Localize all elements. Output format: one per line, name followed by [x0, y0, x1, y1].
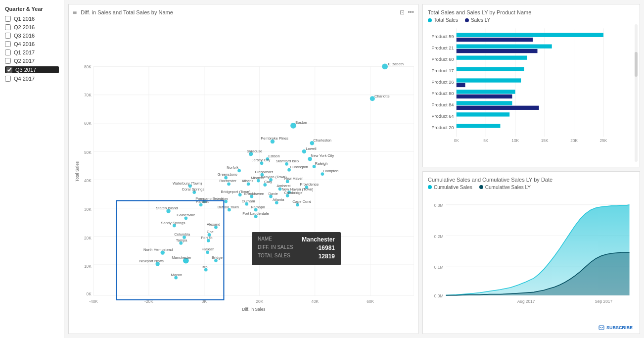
- svg-text:-40K: -40K: [89, 299, 98, 304]
- sidebar-item-q2-2016[interactable]: Q2 2016: [5, 24, 59, 30]
- cumulative-svg: 0.3M 0.2M 0.1M 0.0M: [428, 193, 635, 312]
- svg-text:15K: 15K: [541, 138, 549, 143]
- svg-text:80K: 80K: [84, 64, 92, 69]
- checkbox-6[interactable]: [6, 67, 12, 73]
- svg-text:60K: 60K: [84, 121, 92, 126]
- subscribe-badge[interactable]: SUBSCRIBE: [598, 325, 633, 331]
- svg-text:Staten Island: Staten Island: [156, 206, 178, 210]
- svg-text:5K: 5K: [483, 138, 489, 143]
- svg-text:Aug 2017: Aug 2017: [517, 299, 535, 304]
- sidebar-item-q4-2017[interactable]: Q4 2017: [5, 76, 59, 82]
- svg-text:Rochester: Rochester: [219, 179, 236, 183]
- svg-rect-173: [457, 101, 512, 105]
- sidebar-item-q3-2017[interactable]: Q3 2017: [5, 66, 59, 73]
- svg-text:Sep 2017: Sep 2017: [595, 299, 612, 304]
- scrollbar-thumb[interactable]: [635, 52, 638, 77]
- bar-title: Total Sales and Sales LY by Product Name: [428, 9, 635, 15]
- legend-cum-ly-label: Cumulative Sales LY: [485, 185, 531, 190]
- svg-text:Boston: Boston: [295, 120, 307, 125]
- svg-text:Charleston: Charleston: [313, 138, 331, 143]
- svg-rect-189: [599, 326, 604, 330]
- drag-icon: ≡: [73, 8, 77, 16]
- cumulative-panel: Cumulative Sales and Cumulative Sales LY…: [422, 171, 640, 335]
- checkbox-0[interactable]: [5, 16, 11, 22]
- tooltip-name-value: Manchester: [302, 236, 335, 243]
- svg-text:25K: 25K: [600, 138, 607, 143]
- y-axis-label: Total Sales: [75, 161, 80, 182]
- svg-text:0K: 0K: [454, 138, 460, 143]
- svg-text:North Hempstead: North Hempstead: [143, 247, 173, 252]
- tooltip-diff-value: -16981: [317, 244, 335, 251]
- legend-sales-ly: Sales LY: [465, 17, 490, 23]
- svg-text:Clearwater: Clearwater: [255, 170, 274, 174]
- svg-text:10K: 10K: [511, 138, 519, 143]
- checkbox-4[interactable]: [5, 49, 11, 55]
- svg-text:Product 21: Product 21: [431, 46, 454, 50]
- checkbox-3[interactable]: [5, 41, 11, 47]
- right-panels: Total Sales and Sales LY by Product Name…: [422, 4, 640, 334]
- checkbox-7[interactable]: [5, 76, 11, 82]
- subscribe-icon: [598, 325, 604, 331]
- sidebar-item-label: Q4 2017: [14, 76, 35, 82]
- scatter-svg: Total Sales 80K 70K 60K 50K 40K 30K 20K …: [73, 18, 414, 325]
- svg-rect-163: [457, 55, 527, 59]
- svg-text:20K: 20K: [84, 236, 92, 241]
- sales-ly-dot: [465, 18, 469, 22]
- scatter-icons[interactable]: ⊡ •••: [400, 9, 414, 16]
- svg-text:Cambridge: Cambridge: [284, 191, 302, 195]
- svg-text:Alexand: Alexand: [207, 222, 220, 227]
- legend-cum-sales-label: Cumulative Sales: [434, 185, 472, 190]
- checkbox-5[interactable]: [5, 58, 11, 64]
- svg-text:40K: 40K: [311, 299, 319, 304]
- sidebar-item-q2-2017[interactable]: Q2 2017: [5, 58, 59, 64]
- sidebar-item-q4-2016[interactable]: Q4 2016: [5, 41, 59, 47]
- svg-text:Product 59: Product 59: [431, 34, 454, 39]
- svg-text:Product 26: Product 26: [431, 80, 454, 85]
- svg-text:Bridge: Bridge: [212, 255, 223, 260]
- svg-text:Sandy Springs: Sandy Springs: [161, 221, 185, 225]
- svg-text:Greensboro: Greensboro: [218, 172, 237, 177]
- scrollbar[interactable]: [635, 24, 638, 162]
- tooltip-diff-label: DIFF. IN SALES: [258, 244, 293, 251]
- svg-text:Cary: Cary: [264, 180, 272, 184]
- svg-rect-170: [457, 90, 515, 94]
- sidebar-item-label: Q2 2016: [14, 24, 35, 30]
- svg-text:Providence: Providence: [300, 182, 319, 187]
- svg-rect-157: [457, 33, 603, 37]
- svg-text:Buffalo Town: Buffalo Town: [218, 205, 239, 209]
- expand-icon[interactable]: ⊡: [400, 9, 405, 16]
- sidebar-item-q1-2017[interactable]: Q1 2017: [5, 49, 59, 55]
- sidebar-item-label: Q2 2017: [14, 58, 35, 64]
- legend-total-label: Total Sales: [434, 17, 458, 23]
- svg-text:Ramapo: Ramapo: [251, 205, 265, 209]
- main-content: ≡ Diff. in Sales and Total Sales by Name…: [64, 0, 644, 338]
- svg-text:Athens: Athens: [242, 179, 254, 183]
- svg-text:0.1M: 0.1M: [434, 265, 444, 270]
- svg-text:0.2M: 0.2M: [434, 234, 444, 239]
- svg-text:70K: 70K: [84, 93, 92, 97]
- cum-sales-dot: [428, 185, 432, 189]
- subscribe-label[interactable]: SUBSCRIBE: [606, 325, 633, 330]
- sidebar-item-label: Q1 2016: [14, 16, 35, 22]
- svg-text:0K: 0K: [87, 291, 92, 296]
- svg-text:Port St.: Port St.: [201, 236, 213, 240]
- svg-text:Tampa: Tampa: [176, 238, 187, 242]
- svg-text:Davie: Davie: [268, 192, 277, 196]
- sidebar-item-q1-2016[interactable]: Q1 2016: [5, 16, 59, 22]
- svg-text:Waterbury (Town): Waterbury (Town): [173, 181, 202, 186]
- scatter-panel: ≡ Diff. in Sales and Total Sales by Name…: [68, 4, 418, 334]
- svg-text:Product 60: Product 60: [431, 57, 454, 62]
- svg-text:Pembroke Pines: Pembroke Pines: [261, 136, 288, 141]
- svg-text:Che: Che: [207, 230, 214, 234]
- cum-ly-dot: [479, 185, 483, 189]
- svg-rect-167: [457, 78, 521, 82]
- checkbox-1[interactable]: [5, 24, 11, 30]
- legend-cum-ly: Cumulative Sales LY: [479, 185, 531, 190]
- bar-chart-svg: 0K 5K 10K 15K 20K 25K Product 59: [428, 26, 635, 145]
- sidebar-item-q3-2016[interactable]: Q3 2016: [5, 33, 59, 39]
- svg-text:Lowell: Lowell: [306, 146, 317, 151]
- svg-rect-165: [457, 67, 524, 71]
- checkbox-2[interactable]: [5, 33, 11, 39]
- more-icon[interactable]: •••: [408, 9, 414, 16]
- svg-text:Hampton: Hampton: [323, 169, 339, 173]
